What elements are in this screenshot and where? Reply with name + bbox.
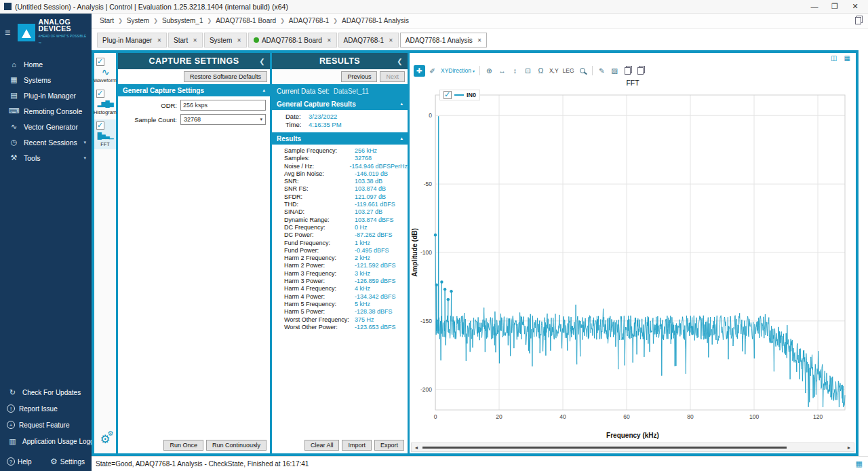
scroll-thumb[interactable]: [422, 447, 787, 449]
export-button[interactable]: Export: [374, 440, 404, 451]
svg-text:60: 60: [623, 413, 630, 420]
tab-start[interactable]: Start✕: [168, 33, 203, 48]
scroll-left-icon[interactable]: ◄: [412, 445, 421, 450]
result-label: Harm 4 Frequency:: [284, 285, 355, 293]
view-waveform[interactable]: ∿Waveform: [94, 56, 116, 86]
close-icon[interactable]: ✕: [193, 37, 197, 43]
sidebar-item-home[interactable]: ⌂Home: [0, 56, 92, 72]
breadcrumb-item-system[interactable]: System: [125, 17, 151, 24]
capture-settings-gear-icon[interactable]: ⚙⚙: [100, 432, 110, 447]
dock-panel-icon[interactable]: [855, 17, 861, 24]
annotate-pencil-icon[interactable]: ✎: [596, 65, 608, 77]
sidebar-item-label: Application Usage Logging: [22, 438, 92, 445]
fit-height-icon[interactable]: ↕: [509, 65, 521, 77]
result-value: 103.27 dB: [355, 208, 382, 216]
scroll-right-icon[interactable]: ►: [844, 445, 854, 450]
sidebar-footer: ? Help ⚙ Settings: [0, 452, 92, 471]
run-once-button[interactable]: Run Once: [163, 440, 203, 451]
scroll-track[interactable]: [421, 443, 844, 451]
import-button[interactable]: Import: [342, 440, 372, 451]
xy-values-toggle[interactable]: X,Y: [548, 65, 560, 77]
breadcrumb-item-adaq7768-1[interactable]: ADAQ7768-1: [288, 17, 330, 24]
checkbox-histogram[interactable]: [96, 90, 104, 98]
sidebar-item-check-for-updates[interactable]: ↻Check For Updates: [0, 384, 92, 400]
sidebar-item-recent-sessions[interactable]: ◷Recent Sessions▾: [0, 134, 92, 150]
fit-width-icon[interactable]: ↔: [496, 65, 508, 77]
close-icon[interactable]: ✕: [327, 37, 332, 43]
breadcrumb-item-adaq7768-1-analysis[interactable]: ADAQ7768-1 Analysis: [340, 17, 410, 24]
next-button[interactable]: Next: [380, 71, 405, 82]
pan-tool-icon[interactable]: ⊕: [484, 65, 495, 77]
sidebar-item-systems[interactable]: ▦Systems: [0, 72, 92, 88]
help-icon: ?: [7, 457, 15, 466]
legend-checkbox[interactable]: [443, 91, 452, 99]
sidebar-item-tools[interactable]: ⚒Tools▾: [0, 150, 92, 166]
collapse-left-icon[interactable]: ❮: [397, 58, 403, 65]
close-icon[interactable]: ✕: [157, 37, 161, 43]
close-button[interactable]: ✕: [845, 2, 865, 11]
sidebar-item-report-issue[interactable]: !Report Issue: [0, 400, 92, 417]
sidebar-item-plug-in-manager[interactable]: ▤Plug-in Manager: [0, 88, 92, 103]
fft-chart[interactable]: 0204060801001200-50-100-150-200Amplitude…: [410, 88, 853, 428]
tab-system[interactable]: System✕: [204, 33, 247, 48]
chart-legend[interactable]: IN0: [439, 90, 480, 100]
clear-all-button[interactable]: Clear All: [304, 440, 340, 451]
tab-adaq7768-1[interactable]: ADAQ7768-1✕: [338, 33, 399, 48]
omega-cursor-icon[interactable]: Ω: [535, 65, 547, 77]
recent-sessions-icon: ◷: [8, 138, 20, 147]
general-capture-settings-section[interactable]: General Capture Settings ▴: [118, 84, 270, 96]
maximize-button[interactable]: ❐: [825, 2, 845, 11]
zoom-icon[interactable]: [577, 65, 589, 77]
help-label: Help: [18, 458, 32, 466]
run-continuously-button[interactable]: Run Continuously: [206, 440, 267, 451]
close-icon[interactable]: ✕: [237, 37, 241, 43]
view-fft[interactable]: █▅▃▁FFT: [94, 119, 116, 149]
plot-scrollbar[interactable]: ◄ ►: [411, 442, 854, 452]
restore-defaults-button[interactable]: Restore Software Defaults: [184, 71, 267, 82]
general-capture-results-section[interactable]: General Capture Results ▴: [272, 98, 408, 110]
xy-direction-dropdown[interactable]: XYDirection▾: [439, 65, 476, 77]
view-histogram[interactable]: ▂▆█▅Histogram: [94, 88, 116, 117]
result-row: Harm 5 Power:-128.38 dBFS: [284, 308, 408, 316]
resize-grip-icon[interactable]: ▦: [856, 459, 863, 468]
tab-adaq7768-1-analysis[interactable]: ADAQ7768-1 Analysis✕: [400, 33, 488, 48]
breadcrumb-item-start[interactable]: Start: [98, 17, 115, 24]
data-grid-icon[interactable]: ▦: [844, 54, 850, 62]
sidebar-item-vector-generator[interactable]: ∿Vector Generator: [0, 119, 92, 134]
result-value: -126.859 dBFS: [355, 278, 396, 285]
result-label: Avg Bin Noise:: [284, 170, 355, 178]
breadcrumb-item-adaq7768-1-board[interactable]: ADAQ7768-1 Board: [214, 17, 277, 24]
close-icon[interactable]: ✕: [477, 37, 482, 43]
popout-chart-icon[interactable]: ◫: [831, 54, 837, 62]
previous-button[interactable]: Previous: [341, 71, 377, 82]
result-value: 256 kHz: [355, 147, 377, 155]
checkbox-waveform[interactable]: [96, 58, 104, 66]
results-section[interactable]: Results ▴: [272, 132, 408, 145]
sample-count-select[interactable]: 32768 ▾: [180, 114, 266, 125]
checkbox-fft[interactable]: [96, 121, 104, 130]
result-label: Dynamic Range:: [284, 216, 355, 224]
minimize-button[interactable]: —: [804, 3, 825, 11]
snapshot-icon[interactable]: ▨: [609, 65, 620, 77]
select-tool-icon[interactable]: ✚: [414, 65, 425, 77]
help-button[interactable]: ? Help: [7, 457, 32, 466]
result-label: Harm 2 Power:: [284, 262, 355, 269]
result-row: DC Frequency:0 Hz: [284, 224, 408, 231]
brush-tool-icon[interactable]: ✐: [427, 65, 438, 77]
legend-toggle[interactable]: LEG: [561, 65, 576, 77]
tab-plug-in-manager[interactable]: Plug-in Manager✕: [97, 33, 167, 48]
export-plot-icon[interactable]: [622, 65, 633, 77]
copy-plot-icon[interactable]: [635, 65, 646, 77]
sidebar-item-request-feature[interactable]: +Request Feature: [0, 417, 92, 433]
settings-button[interactable]: ⚙ Settings: [50, 457, 85, 466]
collapse-left-icon[interactable]: ❮: [259, 58, 265, 65]
tab-label: ADAQ7768-1: [344, 37, 384, 44]
sidebar-item-application-usage-logging[interactable]: ▥Application Usage Logging: [0, 433, 92, 449]
breadcrumb-item-subsystem-1[interactable]: Subsystem_1: [161, 17, 205, 24]
menu-icon[interactable]: ≡: [5, 27, 14, 38]
close-icon[interactable]: ✕: [389, 37, 393, 43]
sidebar-item-remoting-console[interactable]: ⌨Remoting Console: [0, 103, 92, 119]
tab-adaq7768-1-board[interactable]: ADAQ7768-1 Board✕: [248, 33, 337, 48]
odr-input[interactable]: [180, 100, 266, 111]
fit-view-icon[interactable]: ⊡: [522, 65, 534, 77]
